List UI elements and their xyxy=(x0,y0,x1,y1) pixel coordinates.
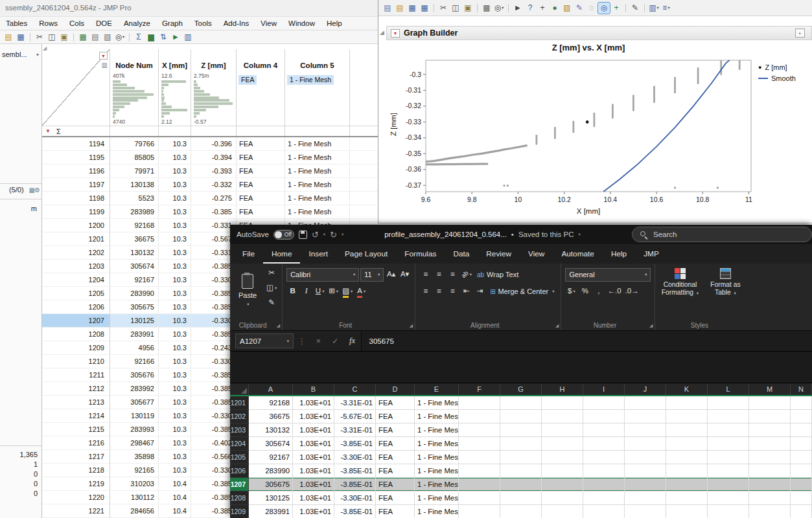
comma-button[interactable]: , xyxy=(592,285,605,298)
chevron-down-icon[interactable]: ▾ xyxy=(579,232,581,237)
sheet-cell[interactable] xyxy=(625,505,666,518)
sheet-cell[interactable]: 1 - Fine Mesh xyxy=(415,410,459,423)
sheet-cell[interactable] xyxy=(749,437,791,451)
jmp-cell[interactable]: 10.3 xyxy=(159,178,191,192)
ribbon-tab-file[interactable]: File xyxy=(234,244,263,264)
sheet-cell[interactable] xyxy=(625,423,666,437)
font-color-button[interactable]: A▾ xyxy=(355,285,367,298)
sheet-cell[interactable] xyxy=(583,491,625,505)
sheet-cell[interactable] xyxy=(583,478,625,491)
columns-panel-header[interactable]: (5/0) ▦⚙ xyxy=(9,186,40,194)
jmp-menu-tables[interactable]: Tables xyxy=(0,19,33,27)
sheet-cell[interactable] xyxy=(666,505,708,518)
jmp-table-row[interactable]: 119928398910.3-0.385FEA1 - Fine Mesh xyxy=(42,205,378,219)
number-format-select[interactable]: General▾ xyxy=(565,268,651,282)
row-number-cell[interactable]: 1219 xyxy=(42,477,110,491)
jmp-menu-cols[interactable]: Cols xyxy=(64,19,90,27)
sheet-cell[interactable]: 1.03E+01 xyxy=(293,491,334,505)
sheet-cell[interactable] xyxy=(666,410,708,423)
sheet-cell[interactable] xyxy=(500,491,542,505)
sheet-cell[interactable] xyxy=(500,396,542,410)
sheet-cell[interactable]: FEA xyxy=(376,464,415,478)
summary-icon[interactable]: Σ xyxy=(133,32,145,43)
jmp-cell[interactable]: 305676 xyxy=(110,368,159,382)
copy-icon[interactable]: ◫ xyxy=(450,3,461,14)
row-number-cell[interactable]: 1221 xyxy=(42,504,110,518)
jmp-cell[interactable]: 283992 xyxy=(110,382,159,396)
jmp-cell[interactable]: 1 - Fine Mesh xyxy=(285,151,350,164)
sheet-cell[interactable]: FEA xyxy=(376,491,415,505)
disclosure-icon[interactable]: ◢ xyxy=(380,29,384,36)
jmp-cell[interactable]: 35898 xyxy=(110,450,159,464)
sheet-cell[interactable] xyxy=(749,396,791,410)
jmp-menu-graph[interactable]: Graph xyxy=(156,19,189,27)
column-header-L[interactable]: L xyxy=(708,383,749,395)
dialog-launcher-icon[interactable]: ◢ xyxy=(649,323,653,328)
sheet-cell[interactable] xyxy=(500,410,542,423)
col-header-x-mm[interactable]: X [mm] 12.6 2.12 xyxy=(159,49,191,136)
graph-builder-header[interactable]: ▼ Graph Builder ▪ xyxy=(386,26,812,40)
sheet-cell[interactable] xyxy=(542,464,583,478)
sheet-cell[interactable] xyxy=(791,437,812,451)
sheet-cell[interactable] xyxy=(542,451,583,464)
sheet-cell[interactable]: 1.03E+01 xyxy=(293,423,334,437)
col-header-z-mm[interactable]: Z [mm] 2.75m -0.57 xyxy=(191,49,237,136)
sheet-cell[interactable] xyxy=(749,505,791,518)
jmp-cell[interactable]: FEA xyxy=(237,178,285,192)
journal-icon[interactable]: ▤ xyxy=(89,32,101,43)
jmp-cell[interactable]: 1 - Fine Mesh xyxy=(285,137,350,151)
ribbon-tab-page-layout[interactable]: Page Layout xyxy=(336,244,396,264)
sheet-cell[interactable] xyxy=(749,478,791,491)
column-header-I[interactable]: I xyxy=(583,383,625,395)
format-painter-button[interactable]: ✎ xyxy=(265,296,278,310)
save-icon[interactable] xyxy=(299,231,307,239)
run-script-icon[interactable]: ► xyxy=(170,32,181,43)
jmp-menu-rows[interactable]: Rows xyxy=(33,19,64,27)
jmp-table-row[interactable]: 11967997110.3-0.393FEA1 - Fine Mesh xyxy=(42,164,378,178)
save-icon[interactable]: ▦ xyxy=(419,3,430,14)
sheet-cell[interactable] xyxy=(500,505,542,518)
legend-item[interactable]: ● Z [mm] xyxy=(758,62,796,73)
dialog-launcher-icon[interactable]: ◢ xyxy=(277,323,280,328)
sheet-cell[interactable] xyxy=(791,410,812,423)
sheet-cell[interactable] xyxy=(583,437,625,451)
fill-color-button[interactable]: ▨▾ xyxy=(341,285,354,298)
jmp-cell[interactable]: 1 - Fine Mesh xyxy=(285,164,350,178)
sheet-cell[interactable] xyxy=(583,410,625,423)
row-number-cell[interactable]: 1201 xyxy=(42,232,110,246)
sheet-cell[interactable] xyxy=(791,423,812,437)
row-header-1209[interactable]: 1209 xyxy=(230,505,249,518)
sheet-cell[interactable]: FEA xyxy=(376,423,415,437)
zoom-tool-icon[interactable]: ◎ xyxy=(598,3,610,14)
jmp-cell[interactable]: 1 - Fine Mesh xyxy=(285,192,350,205)
row-number-cell[interactable]: 1207 xyxy=(42,314,110,328)
jmp-cell[interactable]: 284656 xyxy=(110,504,159,518)
decrease-indent-button[interactable]: ⇤ xyxy=(460,285,472,298)
italic-button[interactable]: I xyxy=(300,285,312,298)
sheet-cell[interactable] xyxy=(625,451,666,464)
sheet-cell[interactable]: -3.30E-01 xyxy=(334,451,376,464)
bold-button[interactable]: B xyxy=(286,285,299,298)
ribbon-tab-help[interactable]: Help xyxy=(603,244,635,264)
jmp-cell[interactable]: 1 - Fine Mesh xyxy=(285,178,350,192)
jmp-menu-addins[interactable]: Add-Ins xyxy=(218,19,255,27)
cut-icon[interactable]: ✂ xyxy=(437,3,449,14)
insert-function-icon[interactable]: fx xyxy=(344,331,361,351)
sheet-cell[interactable]: 1.03E+01 xyxy=(293,478,334,491)
jmp-cell[interactable]: -0.332 xyxy=(191,178,237,192)
sheet-cell[interactable] xyxy=(583,464,625,478)
columns-viewer-icon[interactable]: ▥ xyxy=(182,32,194,43)
category-bar[interactable]: FEA xyxy=(238,75,257,85)
sheet-cell[interactable]: 1.03E+01 xyxy=(293,505,334,518)
sheet-cell[interactable] xyxy=(542,505,583,518)
jmp-cell[interactable]: 10.3 xyxy=(159,409,191,423)
row-header-1206[interactable]: 1206 xyxy=(230,464,249,478)
filter-icon[interactable]: ▥ xyxy=(102,62,108,69)
help-tool-icon[interactable]: ? xyxy=(524,3,536,14)
jmp-cell[interactable]: 298467 xyxy=(110,436,159,450)
sheet-cell[interactable] xyxy=(459,505,500,518)
jmp-cell[interactable]: 10.3 xyxy=(159,273,191,287)
row-header-1204[interactable]: 1204 xyxy=(230,437,249,451)
jmp-cell[interactable]: 305674 xyxy=(110,260,159,273)
window-layout-icon[interactable]: ▥▾ xyxy=(648,3,660,14)
